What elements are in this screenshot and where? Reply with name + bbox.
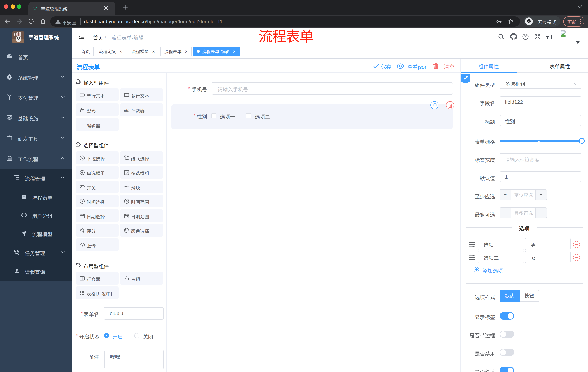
svg-text:123: 123 (124, 108, 129, 111)
svg-text:T: T (546, 35, 549, 40)
svg-text:T: T (549, 33, 553, 40)
